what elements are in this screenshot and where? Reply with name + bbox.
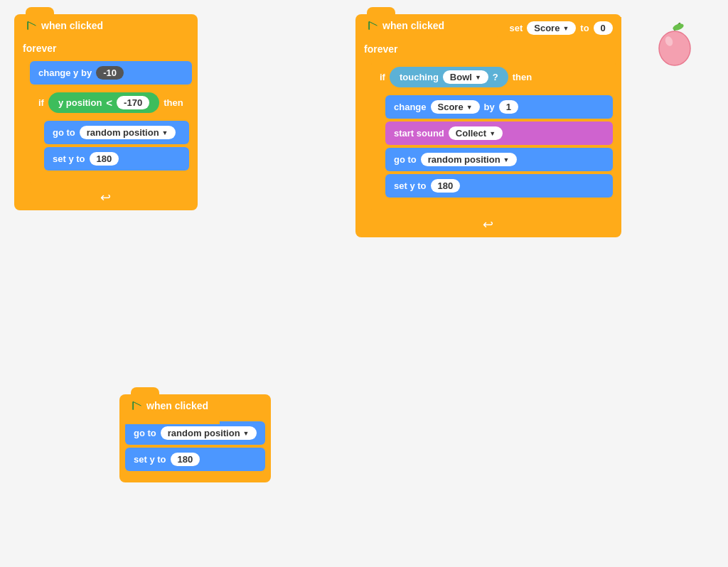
green-flag-icon-3: [367, 20, 378, 31]
hat-label-2: when clicked: [146, 400, 208, 411]
stack-1: when clicked forever change y by -10 if: [14, 14, 198, 210]
then-label-3: then: [513, 72, 532, 82]
svg-marker-8: [369, 21, 377, 29]
score-var-dropdown[interactable]: Score: [527, 21, 576, 35]
start-sound-label: start sound: [394, 128, 444, 139]
collect-dropdown[interactable]: Collect: [449, 126, 503, 140]
hat-block-3[interactable]: when clicked: [355, 14, 498, 38]
if-body-3: change Score by 1 start sound Collect: [371, 92, 616, 200]
stack-3: when clicked set Score to 0 forever if: [355, 14, 621, 237]
to-label: to: [580, 23, 589, 33]
y-position-condition[interactable]: y position < -170: [48, 92, 159, 113]
goto-dropdown-3[interactable]: random position: [421, 153, 517, 166]
forever-bottom-3: ↩: [355, 217, 621, 232]
goto-block-1[interactable]: go to random position: [44, 121, 189, 144]
if-block-3: if touching Bowl ? then change Score: [371, 62, 616, 212]
forever-label-1: forever: [23, 43, 56, 54]
if-header-3: if touching Bowl ? then: [371, 62, 616, 92]
goto-label-3: go to: [394, 154, 417, 165]
apple-sprite: [650, 21, 700, 71]
then-label-1: then: [164, 97, 183, 108]
hat-block-1[interactable]: when clicked: [14, 14, 114, 38]
change-y-block[interactable]: change y by -10: [30, 61, 192, 85]
set-label: set: [509, 23, 523, 33]
repeat-arrow-3: ↩: [483, 217, 493, 232]
stack-2: when clicked go to random position set y…: [119, 394, 271, 482]
green-flag-icon-1: [26, 20, 37, 31]
by-value[interactable]: 1: [499, 100, 518, 114]
set-y-label-1: set y to: [53, 153, 85, 164]
touching-label: touching: [400, 72, 439, 82]
change-y-value[interactable]: -10: [96, 66, 124, 80]
goto-block-2[interactable]: go to random position: [125, 421, 265, 445]
set-y-label-3: set y to: [394, 180, 427, 191]
change-label: change: [394, 102, 427, 112]
goto-label-1: go to: [53, 127, 75, 138]
hat-label-3: when clicked: [382, 20, 444, 31]
bowl-dropdown[interactable]: Bowl: [443, 70, 488, 84]
condition-text: y position: [58, 97, 102, 108]
by-label: by: [484, 102, 495, 112]
workspace: when clicked forever change y by -10 if: [0, 0, 728, 567]
goto-label-2: go to: [134, 428, 156, 438]
goto-block-3[interactable]: go to random position: [385, 148, 613, 171]
touching-condition[interactable]: touching Bowl ?: [390, 67, 508, 87]
goto-dropdown-2[interactable]: random position: [161, 426, 257, 440]
hat-block-2[interactable]: when clicked: [119, 394, 220, 418]
if-block-1: if y position < -170 then go to random p…: [30, 87, 192, 185]
operator-lt: <: [106, 97, 112, 109]
change-y-label: change y by: [38, 68, 92, 78]
set-y-block-1[interactable]: set y to 180: [44, 147, 189, 171]
start-sound-block[interactable]: start sound Collect: [385, 122, 613, 145]
question-mark: ?: [493, 72, 498, 82]
set-y-label-2: set y to: [134, 454, 166, 465]
if-label-3: if: [380, 72, 385, 82]
set-y-block-3[interactable]: set y to 180: [385, 174, 613, 198]
change-score-block[interactable]: change Score by 1: [385, 95, 613, 119]
set-y-value-1[interactable]: 180: [90, 152, 119, 166]
condition-value[interactable]: -170: [117, 96, 149, 109]
svg-marker-6: [133, 401, 141, 409]
set-y-value-2[interactable]: 180: [171, 453, 200, 466]
score-change-dropdown[interactable]: Score: [431, 100, 480, 114]
set-y-value-3[interactable]: 180: [431, 179, 461, 193]
green-flag-icon-2: [131, 400, 142, 411]
repeat-arrow-1: ↩: [100, 190, 111, 205]
score-init-value[interactable]: 0: [594, 21, 613, 35]
svg-marker-4: [28, 21, 36, 29]
if-body-1: go to random position set y to 180: [30, 118, 192, 173]
goto-dropdown-1[interactable]: random position: [80, 126, 176, 139]
forever-label-3: forever: [364, 43, 397, 55]
if-label-1: if: [38, 97, 44, 108]
set-y-block-2[interactable]: set y to 180: [125, 448, 265, 471]
hat-label-1: when clicked: [41, 20, 103, 31]
if-header-1: if y position < -170 then: [30, 87, 192, 118]
forever-bottom-1: ↩: [14, 190, 198, 205]
